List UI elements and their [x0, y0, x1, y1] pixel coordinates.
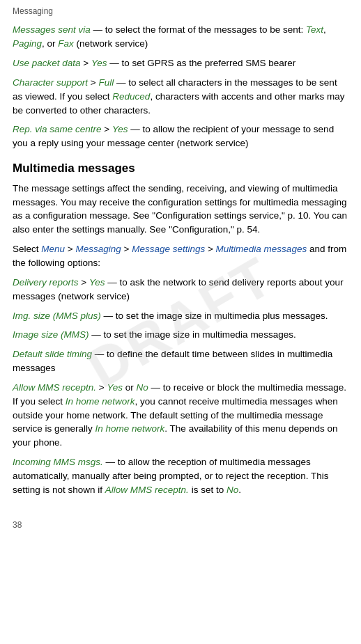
default-slide-timing-item: Default slide timing — to define the def…: [13, 347, 348, 375]
text-span: or: [123, 382, 137, 393]
messages-sent-via-paragraph: Messages sent via — to select the format…: [13, 23, 348, 51]
text-span: Use packet data: [13, 58, 81, 68]
text-span: Allow MMS receptn.: [105, 485, 189, 495]
delivery-reports-item: Delivery reports > Yes — to ask the netw…: [13, 276, 348, 304]
text-span: Fax: [58, 38, 74, 49]
select-menu-line: Select Menu > Messaging > Message settin…: [13, 242, 348, 270]
page-number: 38: [0, 515, 361, 535]
allow-mms-receptn-item: Allow MMS receptn. > Yes or No — to rece…: [13, 381, 348, 450]
text-span: >: [65, 244, 75, 254]
image-size-mms-item: Image size (MMS) — to set the image size…: [13, 328, 348, 342]
multimedia-intro: The message settings affect the sending,…: [13, 182, 348, 237]
text-span: Character support: [13, 77, 88, 88]
text-span: >: [205, 244, 215, 254]
rep-via-same-centre-paragraph: Rep. via same centre > Yes — to allow th…: [13, 123, 348, 150]
text-span: Full: [98, 77, 114, 88]
page-header: Messaging: [0, 0, 361, 20]
text-span: In home network: [95, 423, 165, 434]
text-span: ,: [323, 24, 326, 35]
text-span: >: [79, 277, 89, 288]
text-span: Text: [306, 24, 323, 35]
multimedia-messages-heading: Multimedia messages: [13, 160, 348, 178]
incoming-mms-msgs-item: Incoming MMS msgs. — to allow the recept…: [13, 455, 348, 497]
text-span: Default slide timing: [13, 349, 92, 359]
text-span: No: [226, 485, 238, 495]
text-span: — to select the format of the messages t…: [91, 24, 306, 35]
text-span: is set to: [189, 485, 226, 495]
text-span: Allow MMS receptn.: [13, 382, 96, 393]
text-span: Yes: [91, 58, 107, 68]
text-span: , or: [42, 38, 58, 49]
text-span: .: [238, 485, 241, 495]
text-span: >: [96, 382, 107, 393]
text-span: Menu: [41, 244, 65, 254]
use-packet-data-paragraph: Use packet data > Yes — to set GPRS as t…: [13, 56, 348, 70]
text-span: Yes: [89, 277, 105, 288]
header-title: Messaging: [13, 6, 53, 16]
text-span: Img. size (MMS plus): [13, 311, 101, 321]
text-span: Paging: [13, 38, 42, 49]
text-span: Select: [13, 244, 41, 254]
img-size-mms-plus-item: Img. size (MMS plus) — to set the image …: [13, 309, 348, 323]
text-span: Yes: [107, 382, 123, 393]
text-span: Messaging: [75, 244, 121, 254]
text-span: Delivery reports: [13, 277, 79, 288]
text-span: Message settings: [132, 244, 205, 254]
character-support-paragraph: Character support > Full — to select all…: [13, 76, 348, 118]
text-span: >: [121, 244, 132, 254]
text-span: Image size (MMS): [13, 329, 89, 340]
text-span: Multimedia messages: [216, 244, 307, 254]
text-span: Reduced: [112, 91, 150, 102]
text-span: >: [102, 124, 112, 134]
text-span: Rep. via same centre: [13, 124, 102, 134]
text-span: Incoming MMS msgs.: [13, 457, 103, 467]
text-span: — to set GPRS as the preferred SMS beare…: [107, 58, 295, 68]
text-span: Messages sent via: [13, 24, 91, 35]
text-span: — to set the image size in multimedia me…: [89, 329, 296, 340]
content-area: Messages sent via — to select the format…: [0, 20, 361, 515]
text-span: In home network: [66, 396, 135, 407]
text-span: — to set the image size in multimedia pl…: [101, 311, 328, 321]
text-span: (network service): [74, 38, 148, 49]
text-span: >: [81, 58, 91, 68]
text-span: >: [88, 77, 98, 88]
text-span: No: [136, 382, 148, 393]
text-span: Yes: [112, 124, 128, 134]
